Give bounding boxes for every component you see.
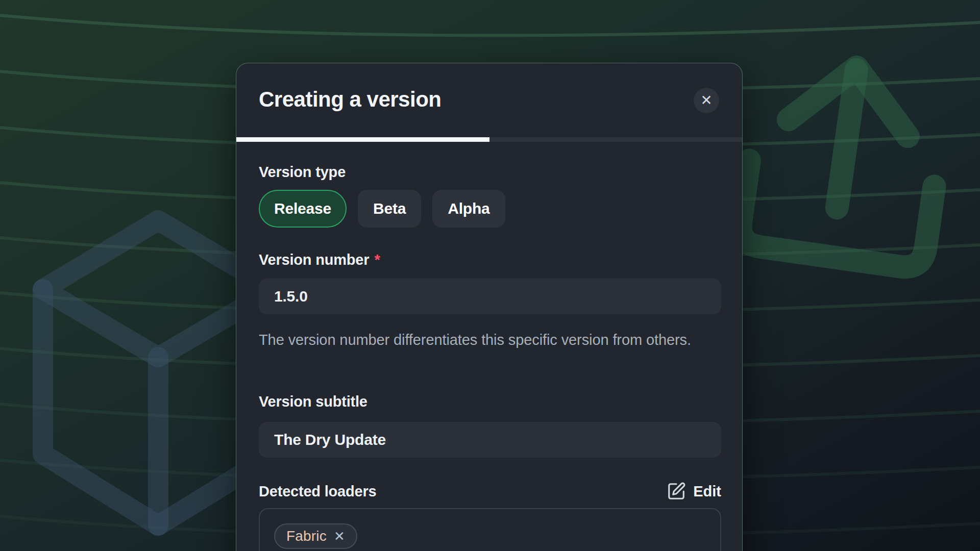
edit-label: Edit (693, 483, 721, 500)
version-subtitle-input[interactable] (259, 422, 721, 458)
edit-loaders-button[interactable]: Edit (667, 482, 721, 501)
version-type-release-button[interactable]: Release (259, 190, 347, 228)
loader-chip-label: Fabric (286, 528, 327, 544)
detected-loaders-box: Fabric ✕ (259, 508, 721, 551)
remove-loader-icon[interactable]: ✕ (334, 530, 345, 543)
edit-pencil-icon (667, 482, 686, 501)
version-subtitle-label: Version subtitle (259, 393, 368, 410)
detected-loaders-label: Detected loaders (259, 482, 377, 500)
close-button[interactable]: ✕ (694, 88, 719, 113)
modal-title: Creating a version (259, 88, 441, 111)
close-icon: ✕ (700, 93, 712, 108)
loader-chip-fabric: Fabric ✕ (274, 523, 357, 549)
version-type-label: Version type (259, 163, 346, 181)
version-type-alpha-button[interactable]: Alpha (432, 190, 505, 228)
version-number-help: The version number differentiates this s… (259, 329, 724, 351)
version-number-input[interactable] (259, 279, 721, 314)
version-type-beta-button[interactable]: Beta (358, 190, 421, 228)
create-version-modal: Creating a version ✕ Version type Releas… (236, 63, 743, 551)
required-asterisk: * (374, 252, 380, 268)
version-number-label: Version number* (259, 251, 380, 268)
progress-bar-fill (236, 137, 489, 142)
version-type-group: Release Beta Alpha (259, 190, 505, 228)
progress-bar (236, 137, 742, 142)
detected-loaders-row: Detected loaders Edit (259, 482, 721, 501)
